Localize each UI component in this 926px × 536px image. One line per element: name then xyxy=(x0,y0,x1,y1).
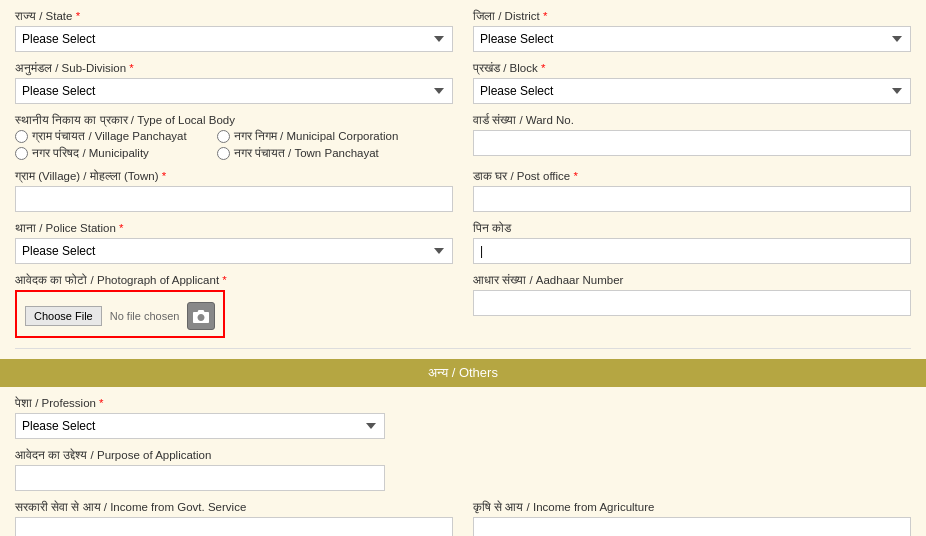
village-label: ग्राम (Village) / मोहल्ला (Town) * xyxy=(15,170,453,183)
subdivision-select[interactable]: Please Select xyxy=(15,78,453,104)
postoffice-col: डाक घर / Post office * xyxy=(473,170,911,212)
village-postoffice-row: ग्राम (Village) / मोहल्ला (Town) * डाक घ… xyxy=(15,170,911,212)
ward-col: वार्ड संख्या / Ward No. xyxy=(473,114,911,160)
radio-town-panchayat[interactable]: नगर पंचायत / Town Panchayat xyxy=(217,147,399,160)
village-col: ग्राम (Village) / मोहल्ला (Town) * xyxy=(15,170,453,212)
state-col: राज्य / State * Please Select xyxy=(15,10,453,52)
no-file-text: No file chosen xyxy=(110,310,180,322)
aadhaar-label: आधार संख्या / Aadhaar Number xyxy=(473,274,911,287)
localbody-label: स्थानीय निकाय का प्रकार / Type of Local … xyxy=(15,114,453,127)
ward-label: वार्ड संख्या / Ward No. xyxy=(473,114,911,127)
radio-village-panchayat[interactable]: ग्राम पंचायत / Village Panchayat xyxy=(15,130,187,143)
radio-municipal-corp[interactable]: नगर निगम / Municipal Corporation xyxy=(217,130,399,143)
pin-input[interactable] xyxy=(473,238,911,264)
photo-upload-section: Choose File No file chosen xyxy=(15,290,225,338)
block-select[interactable]: Please Select xyxy=(473,78,911,104)
choose-file-button[interactable]: Choose File xyxy=(25,306,102,326)
govt-income-input[interactable] xyxy=(15,517,453,536)
purpose-row: आवेदन का उद्देश्य / Purpose of Applicati… xyxy=(15,449,911,491)
state-select[interactable]: Please Select xyxy=(15,26,453,52)
agri-income-label: कृषि से आय / Income from Agriculture xyxy=(473,501,911,514)
localbody-options: ग्राम पंचायत / Village Panchayat नगर परि… xyxy=(15,130,453,160)
aadhaar-input[interactable] xyxy=(473,290,911,316)
govt-income-col: सरकारी सेवा से आय / Income from Govt. Se… xyxy=(15,501,453,536)
police-label: थाना / Police Station * xyxy=(15,222,453,235)
state-label: राज्य / State * xyxy=(15,10,453,23)
camera-icon-button[interactable] xyxy=(187,302,215,330)
block-col: प्रखंड / Block * Please Select xyxy=(473,62,911,104)
subdivision-col: अनुमंडल / Sub-Division * Please Select xyxy=(15,62,453,104)
profession-col: पेशा / Profession * Please Select xyxy=(15,397,453,439)
profession-select[interactable]: Please Select xyxy=(15,413,385,439)
agri-income-col: कृषि से आय / Income from Agriculture xyxy=(473,501,911,536)
photo-label: आवेदक का फोटो / Photograph of Applicant … xyxy=(15,274,453,287)
state-district-row: राज्य / State * Please Select जिला / Dis… xyxy=(15,10,911,52)
profession-row: पेशा / Profession * Please Select xyxy=(15,397,911,439)
village-input[interactable] xyxy=(15,186,453,212)
camera-icon xyxy=(193,309,209,323)
aadhaar-col: आधार संख्या / Aadhaar Number xyxy=(473,274,911,338)
subdivision-block-row: अनुमंडल / Sub-Division * Please Select प… xyxy=(15,62,911,104)
purpose-label: आवेदन का उद्देश्य / Purpose of Applicati… xyxy=(15,449,453,462)
income-row: सरकारी सेवा से आय / Income from Govt. Se… xyxy=(15,501,911,536)
pin-label: पिन कोड xyxy=(473,222,911,235)
radio-municipality[interactable]: नगर परिषद / Municipality xyxy=(15,147,187,160)
agri-income-input[interactable] xyxy=(473,517,911,536)
pin-col: पिन कोड xyxy=(473,222,911,264)
form-container: राज्य / State * Please Select जिला / Dis… xyxy=(0,0,926,536)
block-label: प्रखंड / Block * xyxy=(473,62,911,75)
subdivision-label: अनुमंडल / Sub-Division * xyxy=(15,62,453,75)
police-pin-row: थाना / Police Station * Please Select पि… xyxy=(15,222,911,264)
profession-label: पेशा / Profession * xyxy=(15,397,453,410)
district-col: जिला / District * Please Select xyxy=(473,10,911,52)
postoffice-input[interactable] xyxy=(473,186,911,212)
photo-col: आवेदक का फोटो / Photograph of Applicant … xyxy=(15,274,453,338)
profession-right-spacer xyxy=(473,397,911,439)
others-section-header: अन्य / Others xyxy=(0,359,926,387)
purpose-col: आवेदन का उद्देश्य / Purpose of Applicati… xyxy=(15,449,453,491)
photo-controls: Choose File No file chosen xyxy=(25,302,215,330)
govt-income-label: सरकारी सेवा से आय / Income from Govt. Se… xyxy=(15,501,453,514)
police-select[interactable]: Please Select xyxy=(15,238,453,264)
localbody-col: स्थानीय निकाय का प्रकार / Type of Local … xyxy=(15,114,453,160)
localbody-ward-row: स्थानीय निकाय का प्रकार / Type of Local … xyxy=(15,114,911,160)
photo-aadhaar-row: आवेदक का फोटो / Photograph of Applicant … xyxy=(15,274,911,338)
ward-input[interactable] xyxy=(473,130,911,156)
district-label: जिला / District * xyxy=(473,10,911,23)
postoffice-label: डाक घर / Post office * xyxy=(473,170,911,183)
district-select[interactable]: Please Select xyxy=(473,26,911,52)
purpose-right-spacer xyxy=(473,449,911,491)
section-divider xyxy=(15,348,911,349)
purpose-input[interactable] xyxy=(15,465,385,491)
police-col: थाना / Police Station * Please Select xyxy=(15,222,453,264)
